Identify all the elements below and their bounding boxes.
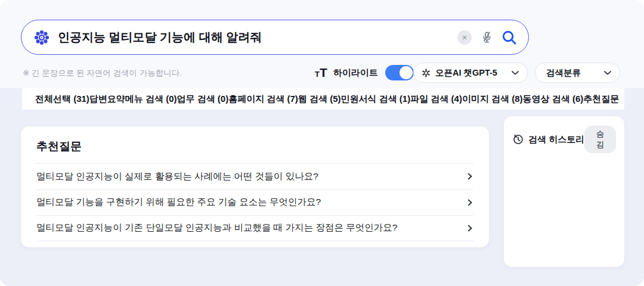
search-history-panel: 검색 히스토리 숨김	[504, 116, 624, 267]
suggested-question-2[interactable]: 멀티모달 기능을 구현하기 위해 필요한 주요 기술 요소는 무엇인가요?	[36, 189, 473, 216]
question-text: 멀티모달 기능을 구현하기 위해 필요한 주요 기술 요소는 무엇인가요?	[36, 196, 466, 209]
suggested-question-1[interactable]: 멀티모달 인공지능이 실제로 활용되는 사례에는 어떤 것들이 있나요?	[36, 163, 473, 189]
search-bar: ×	[21, 20, 529, 55]
tab-civil-form-search[interactable]: 민원서식 검색 (1)	[341, 94, 411, 105]
tab-answer-summary[interactable]: 답변요약	[89, 94, 125, 105]
tab-web-search[interactable]: 웹 검색 (5)	[298, 94, 341, 105]
highlight-toggle[interactable]	[385, 65, 414, 80]
suggested-questions-card: 추천질문 멀티모달 인공지능이 실제로 활용되는 사례에는 어떤 것들이 있나요…	[21, 126, 489, 247]
tab-select-all[interactable]: 전체선택 (31)	[35, 94, 89, 105]
chevron-down-icon	[512, 71, 519, 75]
model-select[interactable]: 오픈AI 챗GPT-5	[413, 63, 528, 83]
question-text: 멀티모달 인공지능이 실제로 활용되는 사례에는 어떤 것들이 있나요?	[36, 170, 466, 183]
category-select[interactable]: 검색분류	[535, 63, 620, 83]
chevron-right-icon	[465, 199, 472, 206]
result-tabs: 전체선택 (31) 답변요약 메뉴 검색 (0) 업무 검색 (0) 홈페이지 …	[22, 88, 624, 110]
highlight-label: 하이라이트	[333, 67, 378, 79]
search-input[interactable]	[58, 30, 457, 44]
category-select-value: 검색분류	[546, 67, 604, 79]
search-page: × ※ 긴 문장으로 된 자연어 검색이 가능합니다. TT 하이라이트	[0, 0, 644, 286]
toggle-knob	[400, 66, 413, 79]
chevron-right-icon	[465, 225, 472, 231]
ai-flower-icon	[33, 29, 50, 46]
tab-image-search[interactable]: 이미지 검색 (8)	[462, 94, 523, 105]
tab-homepage-search[interactable]: 홈페이지 검색 (7)	[228, 94, 298, 105]
text-highlight-icon: TT	[315, 66, 327, 80]
chevron-right-icon	[465, 173, 472, 180]
question-text: 멀티모달 인공지능이 기존 단일모달 인공지능과 비교했을 때 가지는 장점은 …	[36, 222, 466, 234]
tab-video-search[interactable]: 동영상 검색 (6)	[523, 94, 584, 105]
tab-file-search[interactable]: 파일 검색 (4)	[410, 94, 462, 105]
model-select-value: 오픈AI 챗GPT-5	[435, 67, 512, 79]
search-hint-text: ※ 긴 문장으로 된 자연어 검색이 가능합니다.	[23, 68, 182, 79]
tab-suggested-questions[interactable]: 추천질문	[583, 94, 619, 105]
openai-logo-icon	[421, 68, 431, 78]
chevron-down-icon	[604, 71, 611, 75]
tab-menu-search[interactable]: 메뉴 검색 (0)	[125, 94, 177, 105]
hide-history-button[interactable]: 숨김	[584, 126, 616, 153]
search-history-title: 검색 히스토리	[528, 134, 584, 145]
card-title: 추천질문	[36, 126, 473, 163]
history-icon	[512, 133, 524, 145]
suggested-question-3[interactable]: 멀티모달 인공지능이 기존 단일모달 인공지능과 비교했을 때 가지는 장점은 …	[36, 215, 473, 241]
search-history-header: 검색 히스토리 숨김	[512, 126, 616, 153]
search-icon[interactable]	[501, 29, 518, 46]
clear-icon[interactable]: ×	[457, 30, 472, 45]
mic-muted-icon[interactable]	[480, 30, 494, 44]
highlight-control: TT 하이라이트	[315, 63, 414, 82]
tab-task-search[interactable]: 업무 검색 (0)	[177, 94, 229, 105]
